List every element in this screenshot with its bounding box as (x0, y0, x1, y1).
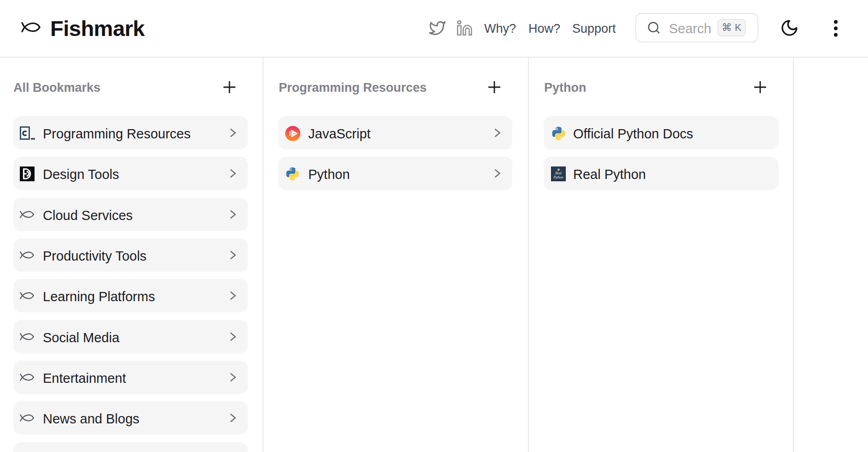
svg-text:Python: Python (553, 175, 563, 179)
svg-text:Real: Real (555, 171, 562, 175)
